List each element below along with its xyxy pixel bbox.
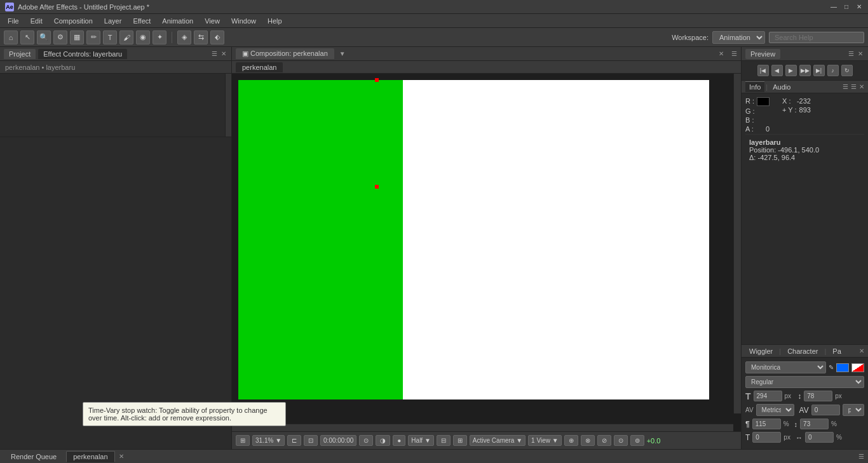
menu-edit[interactable]: Edit bbox=[25, 16, 48, 26]
comp-dropdown-icon[interactable]: ▼ bbox=[339, 50, 346, 57]
tool-home[interactable]: ⌂ bbox=[4, 30, 18, 44]
info-menu2-icon[interactable]: ☰ bbox=[851, 83, 857, 90]
tool-puppet[interactable]: ✦ bbox=[153, 30, 166, 44]
tool-extra2[interactable]: ⇆ bbox=[194, 30, 208, 44]
panel-close-icon[interactable]: ✕ bbox=[220, 49, 227, 58]
timecode-label: 0:00:00:00 bbox=[323, 437, 353, 444]
font-size-input[interactable] bbox=[754, 391, 782, 401]
close-button[interactable]: ✕ bbox=[855, 3, 863, 11]
prev-audio-btn[interactable]: ♪ bbox=[827, 65, 839, 76]
viewer-view-dropdown[interactable]: 1 View ▼ bbox=[528, 435, 562, 446]
baseline-input[interactable] bbox=[752, 432, 781, 443]
comp-inner-tab[interactable]: perkenalan bbox=[236, 62, 283, 72]
comp-tab[interactable]: ▣ Composition: perkenalan bbox=[236, 48, 334, 59]
viewer-scroll-v[interactable] bbox=[733, 74, 741, 413]
tool-select[interactable]: ↖ bbox=[20, 30, 34, 44]
viewer-res2-btn[interactable]: ⊞ bbox=[453, 435, 467, 446]
viewer-grid-btn[interactable]: ⊞ bbox=[236, 435, 250, 446]
viewer-snap2-btn[interactable]: ⊙ bbox=[359, 435, 373, 446]
viewer-v5-btn[interactable]: ⊚ bbox=[630, 435, 644, 446]
tab-comp-timeline[interactable]: perkenalan bbox=[66, 451, 114, 462]
viewer-timecode[interactable]: 0:00:00:00 bbox=[320, 435, 356, 446]
menu-layer[interactable]: Layer bbox=[99, 16, 127, 26]
tab-paint[interactable]: Pa bbox=[829, 346, 844, 356]
viewer-v3-btn[interactable]: ⊘ bbox=[597, 435, 611, 446]
metrics-dropdown[interactable]: Metrics bbox=[756, 404, 794, 416]
char-T-large: T bbox=[745, 391, 751, 401]
menu-effect[interactable]: Effect bbox=[128, 16, 156, 26]
style-dropdown[interactable]: Regular bbox=[745, 376, 864, 388]
tool-pen[interactable]: ✏ bbox=[86, 30, 100, 44]
prev-last-btn[interactable]: ▶| bbox=[813, 65, 825, 76]
tool-shape[interactable]: ◉ bbox=[136, 30, 150, 44]
menu-help[interactable]: Help bbox=[262, 16, 287, 26]
char-close-icon[interactable]: ✕ bbox=[859, 347, 864, 354]
workspace-dropdown[interactable]: Animation bbox=[712, 31, 765, 44]
viewer-quality-dropdown[interactable]: Half ▼ bbox=[408, 435, 433, 446]
tool-extra1[interactable]: ◈ bbox=[177, 30, 191, 44]
viewer-v2-btn[interactable]: ⊗ bbox=[581, 435, 595, 446]
search-help-input[interactable] bbox=[769, 32, 864, 43]
tab-character[interactable]: Character bbox=[783, 346, 822, 356]
viewer-v4-btn[interactable]: ⊙ bbox=[614, 435, 628, 446]
comp-close-icon[interactable]: ✕ bbox=[719, 50, 724, 57]
menu-view[interactable]: View bbox=[200, 16, 225, 26]
tab-render-queue[interactable]: Render Queue bbox=[4, 451, 64, 462]
viewer-zoom-dropdown[interactable]: 31.1% ▼ bbox=[252, 435, 285, 446]
menu-window[interactable]: Window bbox=[226, 16, 261, 26]
viewer-color-btn[interactable]: ◑ bbox=[376, 435, 390, 446]
scale-v-input[interactable] bbox=[800, 419, 829, 429]
tool-text[interactable]: T bbox=[103, 30, 117, 44]
tool-grid[interactable]: ▦ bbox=[70, 30, 84, 44]
info-rgba: R : G : B : A : 0 bbox=[745, 97, 770, 134]
scale-h-input[interactable] bbox=[805, 432, 834, 443]
font-color-swatch[interactable] bbox=[836, 363, 849, 372]
menu-file[interactable]: File bbox=[3, 16, 24, 26]
viewer-v1-btn[interactable]: ⊕ bbox=[564, 435, 578, 446]
tab-project[interactable]: Project bbox=[4, 49, 36, 59]
x-value: -232 bbox=[797, 97, 811, 105]
indent-input[interactable] bbox=[752, 419, 781, 429]
tab-preview[interactable]: Preview bbox=[745, 49, 780, 59]
prev-play-btn[interactable]: ▶ bbox=[785, 65, 797, 76]
viewer-camera-dropdown[interactable]: Active Camera ▼ bbox=[470, 435, 526, 446]
minimize-button[interactable]: — bbox=[830, 3, 837, 11]
font-color-diag[interactable] bbox=[851, 363, 864, 372]
tracking-input[interactable] bbox=[811, 405, 840, 415]
line-height-input[interactable] bbox=[804, 391, 832, 401]
viewer-snap-btn[interactable]: ⊏ bbox=[287, 435, 301, 446]
tab-effect-controls[interactable]: Effect Controls: layerbaru bbox=[38, 49, 127, 59]
font-eyedrop-icon[interactable]: ✎ bbox=[829, 364, 834, 371]
viewer-res-btn[interactable]: ⊟ bbox=[437, 435, 451, 446]
tracking-unit-dropdown[interactable]: px bbox=[843, 404, 864, 416]
prev-prev-btn[interactable]: ◀ bbox=[771, 65, 783, 76]
comp-inner-tab-bar: perkenalan bbox=[232, 61, 741, 74]
info-menu-icon[interactable]: ☰ bbox=[843, 83, 848, 90]
tl-menu-icon[interactable]: ☰ bbox=[858, 453, 864, 460]
tl-comp-close-icon[interactable]: ✕ bbox=[119, 453, 124, 460]
menu-animation[interactable]: Animation bbox=[157, 16, 198, 26]
comp-viewer bbox=[232, 74, 741, 431]
font-dropdown[interactable]: Monitorica bbox=[745, 361, 826, 373]
tab-audio[interactable]: Audio bbox=[769, 82, 794, 92]
viewer-scroll-h[interactable] bbox=[232, 424, 733, 431]
maximize-button[interactable]: □ bbox=[843, 3, 850, 11]
b-label: B : bbox=[745, 116, 754, 124]
info-close-icon[interactable]: ✕ bbox=[859, 83, 864, 90]
prev-next-btn[interactable]: ▶▶ bbox=[799, 65, 811, 76]
preview-menu-icon[interactable]: ☰ bbox=[847, 49, 855, 58]
viewer-dot-btn[interactable]: ● bbox=[393, 435, 405, 446]
comp-menu-icon[interactable]: ☰ bbox=[731, 50, 737, 57]
tool-search[interactable]: 🔍 bbox=[37, 30, 51, 44]
tab-info[interactable]: Info bbox=[745, 81, 764, 92]
preview-close-icon[interactable]: ✕ bbox=[857, 49, 864, 58]
prev-loop-btn[interactable]: ↻ bbox=[841, 65, 853, 76]
panel-menu-icon[interactable]: ☰ bbox=[210, 49, 219, 58]
tool-settings[interactable]: ⚙ bbox=[53, 30, 67, 44]
prev-first-btn[interactable]: |◀ bbox=[757, 65, 769, 76]
menu-composition[interactable]: Composition bbox=[49, 16, 98, 26]
tool-extra3[interactable]: ⬖ bbox=[210, 30, 224, 44]
tab-wiggler[interactable]: Wiggler bbox=[745, 346, 776, 356]
viewer-fit-btn[interactable]: ⊡ bbox=[304, 435, 318, 446]
tool-brush[interactable]: 🖌 bbox=[119, 30, 133, 44]
